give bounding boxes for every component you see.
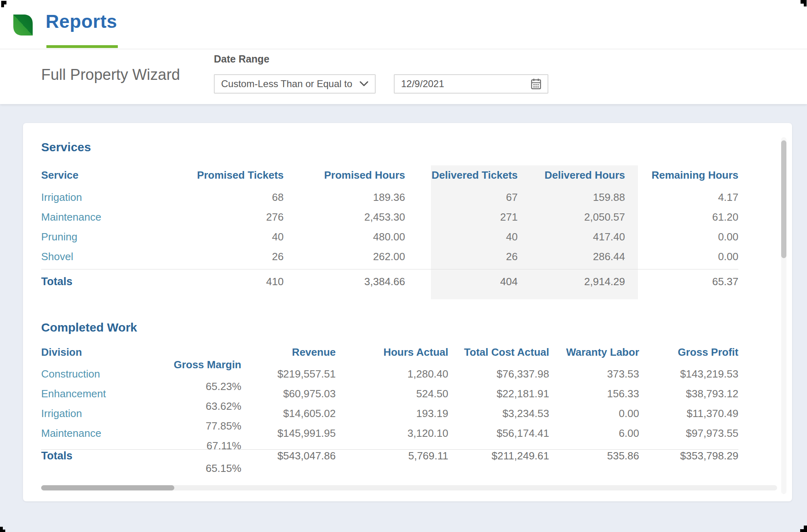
column-header-total-cost-actual: Total Cost Actual [448, 346, 549, 359]
crop-mark-bottom-left [0, 527, 3, 530]
cell-delivered-hours: 2,050.57 [518, 211, 625, 223]
cell-waranty-labor: 6.00 [549, 427, 639, 440]
total-promised-hours: 3,384.66 [284, 275, 405, 288]
cell-revenue: $219,557.51 [241, 368, 336, 380]
cell-delivered-tickets: 271 [405, 211, 518, 223]
column-header-waranty-labor: Waranty Labor [549, 346, 639, 359]
service-link[interactable]: Maintenance [41, 211, 101, 223]
completed-work-section-title: Completed Work [41, 320, 738, 335]
cell-remaining-hours: 4.17 [625, 191, 738, 204]
cell-waranty-labor: 373.53 [549, 368, 639, 380]
cell-promised-tickets: 40 [163, 231, 284, 243]
cell-total-cost-actual: $3,234.53 [448, 407, 549, 420]
cell-delivered-tickets: 26 [405, 250, 518, 263]
cell-promised-tickets: 68 [163, 191, 284, 204]
cell-gross-profit: $38,793.12 [639, 388, 738, 400]
horizontal-scrollbar-thumb[interactable] [41, 485, 174, 490]
services-section-title: Services [41, 140, 738, 154]
totals-label: Totals [41, 450, 241, 462]
cell-delivered-tickets: 67 [405, 191, 518, 204]
cell-gross-profit: $11,370.49 [639, 407, 738, 420]
cell-waranty-labor: 156.33 [549, 388, 639, 400]
top-app-bar: Reports [0, 0, 807, 49]
active-tab-underline [46, 45, 118, 48]
column-header-delivered-hours: Delivered Hours [518, 169, 625, 182]
division-link[interactable]: Maintenance [41, 427, 101, 439]
column-header-remaining-hours: Remaining Hours [625, 169, 738, 182]
division-link[interactable]: Irrigation [41, 407, 82, 419]
crop-mark-bottom-left [0, 530, 5, 532]
date-input[interactable]: 12/9/2021 [394, 74, 548, 94]
report-toolbar: Full Property Wizard Date Range Custom-L… [0, 49, 807, 104]
column-header-gross-profit: Gross Profit [639, 346, 738, 359]
services-header-row: Service Promised Tickets Promised Hours … [41, 166, 738, 184]
horizontal-scrollbar-track[interactable] [41, 485, 777, 490]
vertical-scrollbar-thumb[interactable] [781, 140, 786, 258]
column-header-delivered-tickets: Delivered Tickets [405, 169, 518, 182]
crop-mark-top-left [1, 4, 4, 7]
column-header-promised-tickets: Promised Tickets [163, 169, 284, 182]
column-header-promised-hours: Promised Hours [284, 169, 405, 182]
leaf-logo-icon [12, 13, 34, 37]
cell-total-cost-actual: $56,174.41 [448, 427, 549, 440]
date-comparator-select[interactable]: Custom-Less Than or Equal to [214, 74, 376, 94]
cell-waranty-labor: 0.00 [549, 407, 639, 420]
crop-mark-bottom-right [804, 526, 807, 529]
service-link[interactable]: Shovel [41, 250, 73, 263]
crop-mark-top-left [1, 1, 6, 4]
completed-work-totals-divider: Totals $543,047.86 5,769.11 $211,249.61 … [41, 449, 738, 474]
cell-hours-actual: 1,280.40 [336, 368, 448, 380]
calendar-icon [531, 78, 541, 90]
table-row: Maintenance $145,991.95 3,120.10 $56,174… [41, 427, 738, 447]
date-range-label: Date Range [214, 53, 270, 65]
cell-promised-hours: 2,453.30 [284, 211, 405, 223]
column-header-service: Service [41, 169, 163, 182]
cell-delivered-hours: 286.44 [518, 250, 625, 263]
cell-promised-hours: 189.36 [284, 191, 405, 204]
vertical-scrollbar-track[interactable] [781, 137, 786, 494]
division-link[interactable]: Enhancement [41, 388, 106, 400]
services-section: Services Service Promised Tickets Promis… [23, 123, 792, 294]
crop-mark-top-right [804, 4, 807, 6]
cell-promised-tickets: 26 [163, 250, 284, 263]
cell-delivered-hours: 417.40 [518, 231, 625, 243]
total-gross-margin: 65.15% [41, 462, 241, 475]
cell-hours-actual: 524.50 [336, 388, 448, 400]
cell-remaining-hours: 0.00 [625, 231, 738, 243]
total-waranty-labor: 535.86 [549, 450, 639, 462]
total-gross-profit: $353,798.29 [639, 450, 738, 462]
cell-total-cost-actual: $22,181.91 [448, 388, 549, 400]
division-link[interactable]: Construction [41, 368, 100, 380]
table-row: Construction $219,557.51 1,280.40 $76,33… [41, 368, 738, 388]
services-totals-divider: Totals 410 3,384.66 404 2,914.29 65.37 [41, 269, 738, 294]
table-row: Irrigation 68 189.36 67 159.88 4.17 [41, 188, 738, 207]
cell-revenue: $14,605.02 [241, 407, 336, 420]
crop-mark-top-right [801, 0, 807, 4]
cell-remaining-hours: 61.20 [625, 211, 738, 223]
totals-row: Totals 410 3,384.66 404 2,914.29 65.37 [41, 269, 738, 294]
total-hours-actual: 5,769.11 [336, 450, 448, 462]
date-comparator-value: Custom-Less Than or Equal to [221, 78, 352, 90]
service-link[interactable]: Irrigation [41, 191, 82, 203]
cell-promised-hours: 480.00 [284, 231, 405, 243]
table-row: Irrigation $14,605.02 193.19 $3,234.53 0… [41, 407, 738, 427]
date-value: 12/9/2021 [401, 78, 444, 90]
service-link[interactable]: Pruning [41, 231, 77, 243]
totals-label: Totals [41, 275, 163, 288]
cell-gross-profit: $143,219.53 [639, 368, 738, 380]
report-card: Services Service Promised Tickets Promis… [23, 123, 792, 501]
cell-remaining-hours: 0.00 [625, 250, 738, 263]
column-header-division: Division [41, 346, 241, 359]
table-row: Maintenance 276 2,453.30 271 2,050.57 61… [41, 207, 738, 227]
cell-hours-actual: 3,120.10 [336, 427, 448, 440]
completed-work-header-row: Division Revenue Hours Actual Total Cost… [41, 346, 738, 365]
column-header-hours-actual: Hours Actual [336, 346, 448, 359]
table-row: Enhancement $60,975.03 524.50 $22,181.91… [41, 388, 738, 407]
completed-work-section: Completed Work Division Revenue Hours Ac… [23, 294, 792, 474]
chevron-down-icon [360, 81, 368, 87]
cell-delivered-tickets: 40 [405, 231, 518, 243]
cell-promised-tickets: 276 [163, 211, 284, 223]
cell-delivered-hours: 159.88 [518, 191, 625, 204]
total-remaining-hours: 65.37 [625, 275, 738, 288]
total-total-cost-actual: $211,249.61 [448, 450, 549, 462]
